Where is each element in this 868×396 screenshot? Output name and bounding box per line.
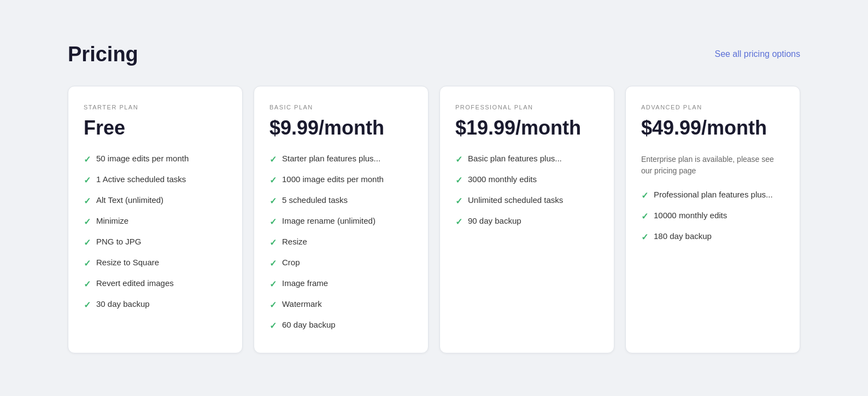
feature-text: Unlimited scheduled tasks [468,195,563,205]
list-item: ✓1 Active scheduled tasks [84,174,227,185]
feature-text: 3000 monthly edits [468,174,537,184]
list-item: ✓Crop [269,258,413,269]
list-item: ✓Image frame [269,278,413,289]
feature-text: 5 scheduled tasks [282,195,348,205]
check-icon: ✓ [269,217,277,227]
plan-card-professional: PROFESSIONAL PLAN$19.99/month✓Basic plan… [439,86,614,354]
plan-price-professional: $19.99/month [455,117,599,139]
page-title: Pricing [68,43,138,66]
list-item: ✓3000 monthly edits [455,174,599,185]
list-item: ✓180 day backup [641,231,784,242]
plan-name-advanced: ADVANCED PLAN [641,104,784,110]
list-item: ✓90 day backup [455,216,599,227]
list-item: ✓10000 monthly edits [641,211,784,222]
plan-card-basic: BASIC PLAN$9.99/month✓Starter plan featu… [254,86,429,354]
check-icon: ✓ [269,258,277,269]
check-icon: ✓ [269,300,277,310]
list-item: ✓Watermark [269,299,413,310]
plans-grid: STARTER PLANFree✓50 image edits per mont… [68,86,800,354]
check-icon: ✓ [269,237,277,248]
check-icon: ✓ [269,175,277,185]
check-icon: ✓ [84,237,91,248]
feature-text: 30 day backup [96,299,150,308]
features-list-advanced: ✓Professional plan features plus...✓1000… [641,190,784,242]
plan-enterprise-note-advanced: Enterprise plan is available, please see… [641,154,784,177]
feature-text: Resize to Square [96,258,159,267]
feature-text: PNG to JPG [96,237,142,246]
plan-price-basic: $9.99/month [269,117,413,139]
feature-text: 1000 image edits per month [282,174,384,184]
check-icon: ✓ [84,196,91,206]
list-item: ✓5 scheduled tasks [269,195,413,206]
check-icon: ✓ [455,196,462,206]
check-icon: ✓ [641,211,648,222]
list-item: ✓60 day backup [269,320,413,331]
feature-text: Revert edited images [96,278,174,288]
feature-text: Watermark [282,299,322,308]
list-item: ✓Minimize [84,216,227,227]
plan-card-advanced: ADVANCED PLAN$49.99/monthEnterprise plan… [625,86,800,354]
feature-text: 1 Active scheduled tasks [96,174,186,184]
feature-text: Image frame [282,278,328,288]
check-icon: ✓ [84,258,91,269]
list-item: ✓30 day backup [84,299,227,310]
plan-card-starter: STARTER PLANFree✓50 image edits per mont… [68,86,243,354]
check-icon: ✓ [269,279,277,289]
features-list-professional: ✓Basic plan features plus...✓3000 monthl… [455,154,599,227]
feature-text: Professional plan features plus... [654,190,773,199]
feature-text: Starter plan features plus... [282,154,380,163]
list-item: ✓PNG to JPG [84,237,227,248]
plan-name-professional: PROFESSIONAL PLAN [455,104,599,110]
feature-text: 60 day backup [282,320,336,329]
plan-price-advanced: $49.99/month [641,117,784,139]
list-item: ✓Alt Text (unlimited) [84,195,227,206]
feature-text: 180 day backup [654,231,712,241]
list-item: ✓Image rename (unlimited) [269,216,413,227]
list-item: ✓Resize [269,237,413,248]
check-icon: ✓ [269,321,277,331]
list-item: ✓Basic plan features plus... [455,154,599,165]
feature-text: Resize [282,237,307,246]
feature-text: Crop [282,258,300,267]
list-item: ✓Professional plan features plus... [641,190,784,201]
feature-text: Image rename (unlimited) [282,216,376,225]
check-icon: ✓ [641,190,648,201]
list-item: ✓Unlimited scheduled tasks [455,195,599,206]
feature-text: Minimize [96,216,128,225]
plan-name-starter: STARTER PLAN [84,104,227,110]
feature-text: 50 image edits per month [96,154,189,163]
list-item: ✓Revert edited images [84,278,227,289]
pricing-header: Pricing See all pricing options [68,43,800,66]
check-icon: ✓ [84,175,91,185]
feature-text: Alt Text (unlimited) [96,195,163,205]
check-icon: ✓ [84,279,91,289]
plan-name-basic: BASIC PLAN [269,104,413,110]
features-list-starter: ✓50 image edits per month✓1 Active sched… [84,154,227,310]
check-icon: ✓ [455,217,462,227]
feature-text: 90 day backup [468,216,521,225]
check-icon: ✓ [84,217,91,227]
list-item: ✓1000 image edits per month [269,174,413,185]
list-item: ✓50 image edits per month [84,154,227,165]
pricing-section: Pricing See all pricing options STARTER … [24,10,844,387]
list-item: ✓Starter plan features plus... [269,154,413,165]
check-icon: ✓ [84,300,91,310]
check-icon: ✓ [641,232,648,242]
check-icon: ✓ [84,154,91,165]
check-icon: ✓ [455,175,462,185]
check-icon: ✓ [269,196,277,206]
check-icon: ✓ [455,154,462,165]
features-list-basic: ✓Starter plan features plus...✓1000 imag… [269,154,413,331]
list-item: ✓Resize to Square [84,258,227,269]
feature-text: 10000 monthly edits [654,211,727,220]
see-all-pricing-link[interactable]: See all pricing options [714,49,800,59]
feature-text: Basic plan features plus... [468,154,562,163]
plan-price-starter: Free [84,117,227,139]
check-icon: ✓ [269,154,277,165]
